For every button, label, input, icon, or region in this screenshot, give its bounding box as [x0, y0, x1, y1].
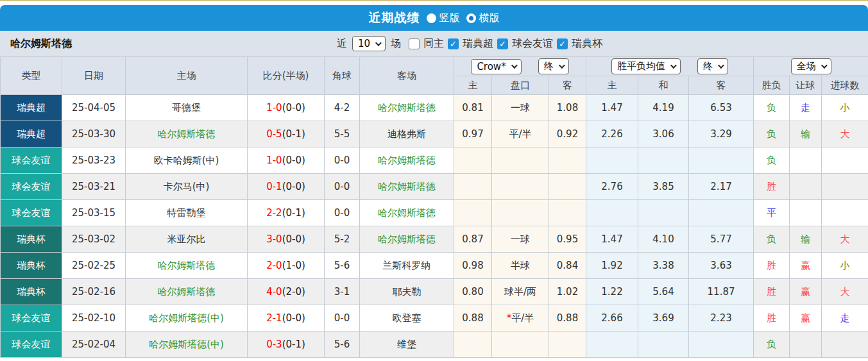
handicap-home-odds: 0.80 — [454, 279, 492, 305]
avg-draw-odds: 4.10 — [638, 226, 689, 253]
avg-away-odds: 3.63 — [689, 253, 754, 279]
handicap-time-select[interactable]: 终 — [538, 58, 569, 74]
games-label: 场 — [391, 37, 401, 51]
match-count-value: 10 — [358, 38, 370, 49]
handicap-away-odds: 1.02 — [549, 279, 586, 305]
page-title: 近期战绩 — [369, 10, 420, 26]
league-badge: 球会友谊 — [1, 147, 62, 174]
league-checkbox-cup[interactable]: ✓ — [557, 38, 568, 49]
fulltime-score: 4-0 — [266, 286, 282, 298]
fulltime-score: 2-0 — [266, 260, 282, 271]
away-team[interactable]: 迪格弗斯 — [360, 121, 454, 147]
avg-time-select[interactable]: 终 — [697, 58, 728, 74]
avg-odds-value: 胜平负均值 — [617, 60, 665, 72]
radio-horizontal-label: 横版 — [479, 12, 500, 25]
handicap-away-odds: 0.92 — [549, 121, 586, 147]
col-header-away: 客场 — [360, 57, 454, 95]
fulltime-score: 2-1 — [266, 312, 282, 324]
sub-header-let-ball: 让球 — [790, 76, 822, 95]
home-team[interactable]: 欧卡哈姆斯(中) — [126, 147, 248, 174]
match-date: 25-02-16 — [62, 279, 126, 305]
match-date: 25-02-10 — [62, 305, 126, 332]
let-ball-result: 赢 — [790, 305, 822, 332]
radio-horizontal-layout[interactable]: 横版 — [466, 12, 500, 25]
let-ball-result — [790, 332, 822, 358]
goal-count-result: 大 — [822, 226, 868, 253]
home-team[interactable]: 哈尔姆斯塔德 — [126, 253, 248, 279]
same-home-checkbox[interactable] — [409, 38, 420, 49]
handicap-away-odds: 0.95 — [549, 226, 586, 253]
let-ball-result: 输 — [790, 226, 822, 253]
radio-checked-icon[interactable] — [466, 13, 476, 23]
result-cell: 负 — [754, 332, 790, 358]
goal-count-result — [822, 147, 868, 174]
home-team[interactable]: 特雷勒堡 — [126, 200, 248, 226]
away-team[interactable]: 哈尔姆斯塔德 — [360, 226, 454, 253]
handicap-company-select[interactable]: Crow* — [471, 59, 521, 74]
result-cell: 平 — [754, 200, 790, 226]
league-checkbox-friendly[interactable]: ✓ — [497, 38, 508, 49]
avg-away-odds: 5.77 — [689, 226, 754, 253]
let-ball-result: 输 — [790, 121, 822, 147]
match-date: 25-02-04 — [62, 332, 126, 358]
let-ball-result — [790, 174, 822, 200]
fulltime-score: 1-0 — [266, 155, 282, 166]
handicap-home-odds — [454, 174, 492, 200]
halftime-score: (0-1) — [282, 339, 305, 350]
home-team[interactable]: 哈尔姆斯塔德(中) — [126, 305, 248, 332]
layout-radio-group: 竖版 横版 — [427, 12, 500, 25]
handicap-line: 一球 — [492, 226, 549, 253]
goal-count-result: 大 — [822, 121, 868, 147]
home-team[interactable]: 哈尔姆斯塔德(中) — [126, 332, 248, 358]
home-team[interactable]: 卡尔马(中) — [126, 174, 248, 200]
home-team[interactable]: 米亚尔比 — [126, 226, 248, 253]
home-team[interactable]: 哈尔姆斯塔德 — [126, 121, 248, 147]
score-cell: 1-0(0-0) — [248, 147, 325, 174]
radio-unchecked-icon[interactable] — [427, 13, 436, 23]
fulltime-score: 0-1 — [266, 181, 282, 192]
home-team[interactable]: 哈尔姆斯塔德 — [126, 279, 248, 305]
avg-away-odds: 2.17 — [689, 174, 754, 200]
radio-vertical-layout[interactable]: 竖版 — [427, 12, 460, 25]
goal-count-result: 小 — [822, 253, 868, 279]
halftime-score: (1-0) — [282, 260, 305, 271]
handicap-line: 球半/两 — [492, 279, 549, 305]
score-cell: 3-0(0-0) — [248, 226, 325, 253]
match-count-select[interactable]: 10 — [352, 36, 386, 51]
scope-select[interactable]: 全场 — [791, 58, 831, 74]
league-badge: 瑞典杯 — [1, 226, 62, 253]
avg-home-odds: 1.47 — [586, 95, 638, 121]
away-team[interactable]: 哈尔姆斯塔德 — [360, 147, 454, 174]
avg-away-odds — [689, 200, 754, 226]
handicap-home-odds: 0.98 — [454, 253, 492, 279]
away-team[interactable]: 哈尔姆斯塔德 — [360, 200, 454, 226]
away-team[interactable]: 哈尔姆斯塔德 — [360, 95, 454, 121]
chevron-down-icon — [511, 62, 518, 69]
result-cell: 负 — [754, 147, 790, 174]
let-ball-result: 赢 — [790, 279, 822, 305]
sub-header-odds-away: 客 — [689, 76, 754, 95]
handicap-line — [492, 174, 549, 200]
away-team[interactable]: 兰斯科罗纳 — [360, 253, 454, 279]
avg-draw-odds: 3.06 — [638, 121, 689, 147]
goal-count-result — [822, 332, 868, 358]
avg-home-odds: 1.47 — [586, 226, 638, 253]
home-team[interactable]: 哥德堡 — [126, 95, 248, 121]
corner-count: 0-0 — [325, 147, 360, 174]
avg-draw-odds — [638, 200, 689, 226]
league-checkbox-allsvenskan[interactable]: ✓ — [448, 38, 459, 49]
match-row: 球会友谊25-03-15特雷勒堡2-2(0-1)0-0哈尔姆斯塔德平 — [1, 200, 868, 226]
away-team[interactable]: 维堡 — [360, 332, 454, 358]
match-row: 瑞典超25-04-05哥德堡1-0(0-0)4-2哈尔姆斯塔德0.81一球1.0… — [1, 95, 868, 121]
away-team[interactable]: 耶夫勒 — [360, 279, 454, 305]
avg-odds-dropdown-group: 胜平负均值 终 — [586, 57, 754, 76]
avg-odds-select[interactable]: 胜平负均值 — [611, 58, 681, 74]
sub-header-handicap-line: 盘口 — [492, 76, 549, 95]
avg-home-odds: 1.22 — [586, 279, 638, 305]
away-team[interactable]: 哈尔姆斯塔德 — [360, 174, 454, 200]
handicap-dropdown-group: Crow* 终 — [454, 57, 586, 76]
results-table: 类型 日期 主场 比分(半场) 角球 客场 Crow* 终 — [0, 56, 868, 358]
away-team[interactable]: 欧登塞 — [360, 305, 454, 332]
filter-controls: 近 10 场 同主 ✓ 瑞典超 ✓ 球会友谊 ✓ 瑞典杯 — [337, 36, 602, 51]
league-label-cup: 瑞典杯 — [572, 37, 602, 51]
